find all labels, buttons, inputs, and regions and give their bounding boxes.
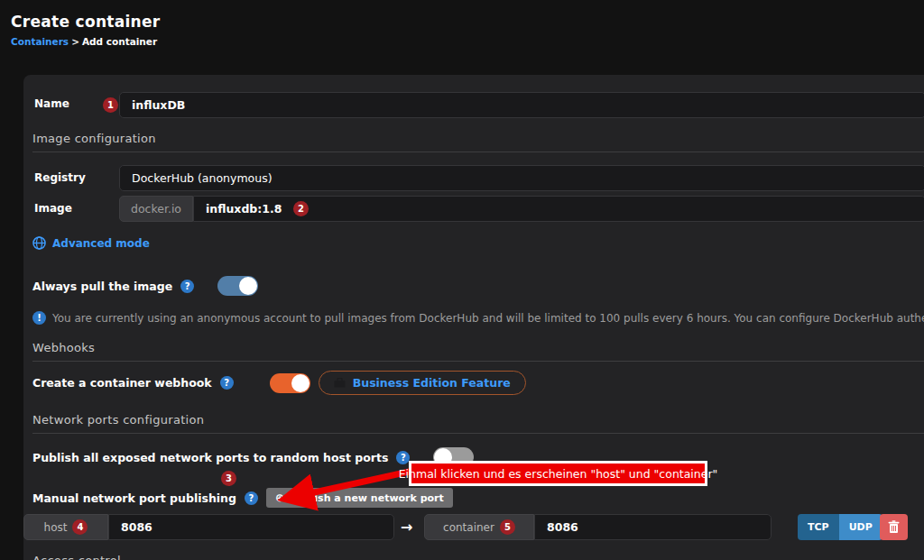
- name-field: [119, 92, 924, 118]
- name-input[interactable]: [120, 98, 924, 112]
- info-icon: !: [32, 311, 46, 325]
- breadcrumb-containers-link[interactable]: Containers: [11, 36, 69, 47]
- host-port-input[interactable]: [109, 520, 393, 534]
- toggle-knob: [239, 277, 257, 295]
- advanced-mode-link[interactable]: Advanced mode: [32, 236, 150, 250]
- host-port-field: [108, 514, 394, 540]
- delete-port-button[interactable]: [880, 514, 908, 540]
- breadcrumb-current: Add container: [82, 36, 157, 47]
- host-port-label: host 4: [23, 514, 108, 540]
- section-image-configuration: Image configuration: [32, 132, 924, 152]
- container-port-label: container 5: [424, 514, 534, 540]
- registry-label: Registry: [34, 171, 117, 184]
- container-label-text: container: [443, 521, 494, 534]
- arrow-right-icon: →: [401, 519, 412, 536]
- port-mapping-row: host 4 → container 5 TCP UDP: [23, 514, 924, 540]
- step-badge-1: 1: [103, 97, 118, 113]
- registry-value: DockerHub (anonymous): [120, 171, 924, 185]
- container-port-input[interactable]: [535, 520, 771, 534]
- page-title: Create container: [11, 13, 161, 31]
- section-access-control: Access control: [32, 554, 924, 560]
- section-webhooks: Webhooks: [32, 341, 924, 362]
- trash-icon: [888, 520, 900, 534]
- step-badge-4: 4: [72, 519, 88, 535]
- always-pull-toggle[interactable]: [217, 276, 258, 296]
- step-badge-2: 2: [293, 201, 309, 216]
- create-container-page: { "header": { "title": "Create container…: [0, 0, 924, 560]
- help-icon[interactable]: ?: [180, 280, 194, 293]
- dockerhub-info-message: ! You are currently using an anonymous a…: [32, 311, 924, 325]
- toggle-knob: [291, 374, 310, 392]
- image-field-group: docker.io 2: [119, 196, 924, 222]
- image-field: 2: [193, 196, 924, 222]
- advanced-mode-label: Advanced mode: [52, 237, 150, 250]
- step-badge-5: 5: [500, 519, 515, 535]
- image-input[interactable]: [194, 202, 293, 216]
- breadcrumb: Containers>Add container: [11, 36, 157, 47]
- always-pull-label: Always pull the image: [32, 280, 172, 293]
- info-text: You are currently using an anonymous acc…: [52, 312, 924, 325]
- globe-icon: [32, 236, 46, 250]
- step-badge-3: 3: [221, 471, 236, 486]
- registry-prefix: docker.io: [119, 196, 193, 222]
- business-edition-label: Business Edition Feature: [353, 376, 511, 390]
- protocol-selector: TCP UDP: [798, 514, 882, 540]
- section-network-ports: Network ports configuration: [32, 413, 924, 434]
- registry-select[interactable]: DockerHub (anonymous): [119, 165, 924, 191]
- manual-publish-label: Manual network port publishing: [32, 491, 236, 505]
- tcp-button[interactable]: TCP: [798, 514, 839, 540]
- briefcase-icon: [334, 378, 346, 388]
- udp-button[interactable]: UDP: [839, 514, 882, 540]
- always-pull-row: Always pull the image ?: [32, 276, 258, 296]
- webhook-toggle[interactable]: [270, 373, 310, 393]
- help-icon[interactable]: ?: [245, 491, 258, 505]
- help-icon[interactable]: ?: [220, 376, 234, 390]
- container-port-field: [534, 514, 772, 540]
- annotation-callout: Einmal klicken und es erscheinen "host" …: [409, 461, 707, 486]
- image-label: Image: [34, 202, 117, 215]
- host-label-text: host: [44, 521, 68, 534]
- breadcrumb-separator: >: [71, 36, 79, 47]
- webhook-row: Create a container webhook ? Business Ed…: [32, 371, 526, 395]
- create-container-form-panel: Name 1 Image configuration Registry Dock…: [23, 75, 924, 560]
- business-edition-badge[interactable]: Business Edition Feature: [319, 371, 526, 395]
- webhook-label: Create a container webhook: [32, 376, 212, 390]
